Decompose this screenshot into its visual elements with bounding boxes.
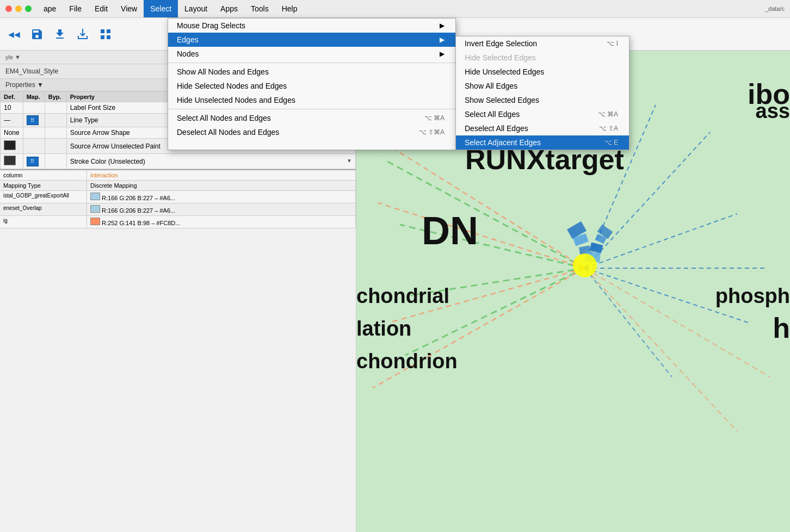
shortcut-label: ⌥ ⌘A [424, 114, 445, 122]
import-button[interactable] [50, 24, 70, 44]
discrete-mapping-icon: ⠿ [27, 115, 39, 125]
menu-item-edges[interactable]: Edges ▶ [168, 33, 455, 47]
map-value: ⠿ [23, 154, 45, 169]
color-swatch [4, 140, 16, 150]
mapping-row: Mapping Type Discrete Mapping [0, 181, 356, 191]
style-label: yle ▼ [5, 54, 21, 60]
menu-item-nodes[interactable]: Nodes ▶ [168, 47, 455, 61]
shortcut-label: ⌥ ⌘A [598, 110, 618, 118]
svg-line-8 [585, 268, 737, 431]
graph-label-h: h [773, 312, 790, 344]
submenu-item-label: Select All Edges [465, 110, 520, 119]
menu-item-hide-unselected[interactable]: Hide Unselected Nodes and Edges [168, 93, 455, 107]
def-value: — [1, 114, 23, 127]
menu-layout[interactable]: Layout [178, 0, 214, 17]
map-value [23, 139, 45, 154]
svg-rect-20 [589, 242, 603, 253]
submenu-item-show-selected[interactable]: Show Selected Edges [456, 93, 629, 107]
close-button[interactable] [5, 5, 12, 12]
svg-line-12 [585, 214, 737, 268]
menu-item-label: Show All Nodes and Edges [177, 67, 269, 76]
menu-file[interactable]: File [63, 0, 88, 17]
path-display: _data/c [765, 5, 790, 12]
menu-separator-2 [168, 109, 455, 109]
properties-title: Properties ▼ [5, 81, 44, 89]
color-swatch-blue [90, 193, 100, 200]
col-map: Map. [23, 92, 45, 102]
menu-item-show-all[interactable]: Show All Nodes and Edges [168, 65, 455, 79]
mapping-col1: eneset_Overlap [0, 203, 87, 215]
mapping-col1: istal_GOBP_greatExportAll [0, 191, 87, 203]
svg-line-3 [405, 268, 585, 355]
def-value [1, 154, 23, 169]
visual-style-name: EM4_Visual_Style [5, 67, 58, 75]
submenu-item-label: Hide Selected Edges [465, 53, 536, 62]
shortcut-label: ⌥ I [607, 40, 618, 47]
menu-view[interactable]: View [114, 0, 144, 17]
export-button[interactable] [73, 24, 92, 44]
submenu-item-label: Select Adjacent Edges [465, 138, 541, 147]
shortcut-label: ⌥ E [604, 139, 618, 146]
def-value: 10 [1, 102, 23, 114]
byp-value [45, 102, 66, 114]
menu-item-mouse-drag[interactable]: Mouse Drag Selects ▶ [168, 18, 455, 33]
menu-separator-1 [168, 63, 455, 63]
submenu-item-label: Hide Unselected Edges [465, 67, 544, 76]
graph-label-chondrial: chondrial [356, 284, 449, 308]
submenu-item-invert[interactable]: Invert Edge Selection ⌥ I [456, 36, 629, 51]
menu-ape[interactable]: ape [37, 0, 63, 17]
byp-value [45, 139, 66, 154]
map-value [23, 102, 45, 114]
submenu-arrow: ▶ [440, 50, 445, 58]
menu-select[interactable]: Select [144, 0, 178, 17]
menu-help[interactable]: Help [275, 0, 304, 17]
color-swatch-dark [4, 156, 16, 165]
discrete-mapping-icon-2: ⠿ [27, 157, 39, 166]
select-dropdown-menu: Mouse Drag Selects ▶ Edges ▶ Nodes ▶ Sho… [168, 18, 456, 150]
mapping-col2: Discrete Mapping [87, 181, 356, 190]
svg-line-15 [585, 268, 672, 377]
submenu-item-show-all[interactable]: Show All Edges [456, 79, 629, 93]
def-value [1, 139, 23, 154]
menubar: ape File Edit View Select Layout Apps To… [0, 0, 790, 18]
back-button[interactable]: ◀◀ [4, 24, 24, 44]
submenu-item-hide-unselected[interactable]: Hide Unselected Edges [456, 65, 629, 79]
menu-item-label: Hide Selected Nodes and Edges [177, 82, 287, 90]
edges-submenu: Invert Edge Selection ⌥ I Hide Selected … [455, 36, 629, 150]
submenu-item-hide-selected: Hide Selected Edges [456, 51, 629, 65]
mapping-col2: R:166 G:206 B:227 – #A6... [87, 191, 356, 203]
col-def: Def. [1, 92, 23, 102]
menu-apps[interactable]: Apps [214, 0, 244, 17]
maximize-button[interactable] [25, 5, 32, 12]
menu-item-deselect-all[interactable]: Deselect All Nodes and Edges ⌥ ⇧⌘A [168, 125, 455, 139]
dropdown-container: Mouse Drag Selects ▶ Edges ▶ Nodes ▶ Sho… [168, 18, 629, 150]
window-controls [0, 5, 37, 12]
menu-tools[interactable]: Tools [244, 0, 275, 17]
color-swatch-orange [90, 218, 100, 225]
mapping-col1: Mapping Type [0, 181, 87, 190]
map-value [23, 127, 45, 139]
table-row[interactable]: ⠿ Stroke Color (Unselected) ▼ [1, 154, 356, 169]
save-button[interactable] [27, 24, 47, 44]
submenu-item-label: Show Selected Edges [465, 96, 539, 104]
menu-item-hide-selected[interactable]: Hide Selected Nodes and Edges [168, 79, 455, 93]
mapping-col2: interaction [87, 170, 356, 180]
submenu-arrow: ▶ [440, 22, 445, 29]
byp-value [45, 154, 66, 169]
mapping-row: eneset_Overlap R:166 G:206 B:227 – #A6..… [0, 203, 356, 216]
mapping-section: column interaction Mapping Type Discrete… [0, 169, 356, 228]
menu-edit[interactable]: Edit [88, 0, 114, 17]
shortcut-label: ⌥ ⇧A [599, 125, 618, 132]
submenu-item-select-adjacent[interactable]: Select Adjacent Edges ⌥ E [456, 135, 629, 150]
mapping-col1: ig [0, 216, 87, 228]
byp-value [45, 114, 66, 127]
minimize-button[interactable] [15, 5, 22, 12]
grid-button[interactable] [96, 24, 115, 44]
map-value: ⠿ [23, 114, 45, 127]
graph-label-dn: DN [422, 208, 478, 253]
submenu-item-select-all[interactable]: Select All Edges ⌥ ⌘A [456, 107, 629, 121]
shortcut-label: ⌥ ⇧⌘A [419, 128, 445, 136]
submenu-item-deselect-all[interactable]: Deselect All Edges ⌥ ⇧A [456, 121, 629, 135]
mapping-row: istal_GOBP_greatExportAll R:166 G:206 B:… [0, 191, 356, 203]
menu-item-select-all[interactable]: Select All Nodes and Edges ⌥ ⌘A [168, 111, 455, 125]
